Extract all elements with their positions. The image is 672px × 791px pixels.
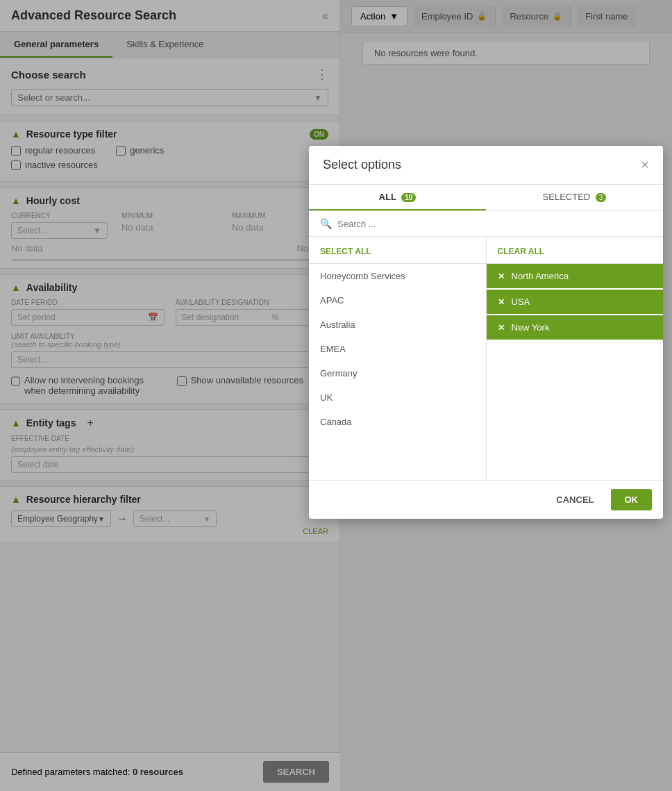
modal-footer: CANCEL OK [309,480,663,519]
modal-available-column: SELECT ALL Honeycomb Services APAC Austr… [309,237,487,480]
list-item[interactable]: Australia [309,313,486,337]
modal-close-icon[interactable]: × [641,157,649,173]
list-item[interactable]: UK [309,385,486,410]
modal-header: Select options × [309,146,663,185]
selected-item-usa[interactable]: ✕ USA [487,290,664,314]
modal-selected-column: CLEAR ALL ✕ North America ✕ USA ✕ New Yo… [487,237,664,480]
selected-item-label: New York [512,322,550,333]
selected-badge: 3 [596,193,607,202]
selected-item-new-york[interactable]: ✕ New York [487,315,664,340]
list-item[interactable]: Germany [309,361,486,385]
select-all-link[interactable]: SELECT ALL [320,247,371,256]
clear-all-link[interactable]: CLEAR ALL [498,247,545,256]
modal-title: Select options [323,158,401,172]
modal-overlay[interactable]: Select options × ALL 10 SELECTED 3 🔍 SE [0,0,672,791]
remove-north-america-icon[interactable]: ✕ [498,272,505,281]
modal-search-bar: 🔍 [309,211,663,237]
modal-search-icon: 🔍 [320,218,332,229]
remove-new-york-icon[interactable]: ✕ [498,323,505,333]
selected-item-label: North America [512,271,569,281]
modal-content: SELECT ALL Honeycomb Services APAC Austr… [309,237,663,480]
ok-button[interactable]: OK [611,489,653,510]
modal-tab-selected[interactable]: SELECTED 3 [486,185,663,210]
list-item[interactable]: Honeycomb Services [309,264,486,288]
select-options-modal: Select options × ALL 10 SELECTED 3 🔍 SE [309,146,663,519]
cancel-button[interactable]: CANCEL [548,489,602,510]
modal-search-input[interactable] [337,219,652,229]
clear-all-row: CLEAR ALL [487,242,664,264]
modal-tab-all[interactable]: ALL 10 [309,185,486,210]
list-item[interactable]: APAC [309,288,486,313]
remove-usa-icon[interactable]: ✕ [498,297,505,307]
all-badge: 10 [401,193,416,202]
list-item[interactable]: Canada [309,410,486,434]
select-all-row: SELECT ALL [309,242,486,264]
selected-item-north-america[interactable]: ✕ North America [487,264,664,288]
modal-tabs: ALL 10 SELECTED 3 [309,185,663,211]
selected-item-label: USA [512,297,530,307]
list-item[interactable]: EMEA [309,337,486,361]
